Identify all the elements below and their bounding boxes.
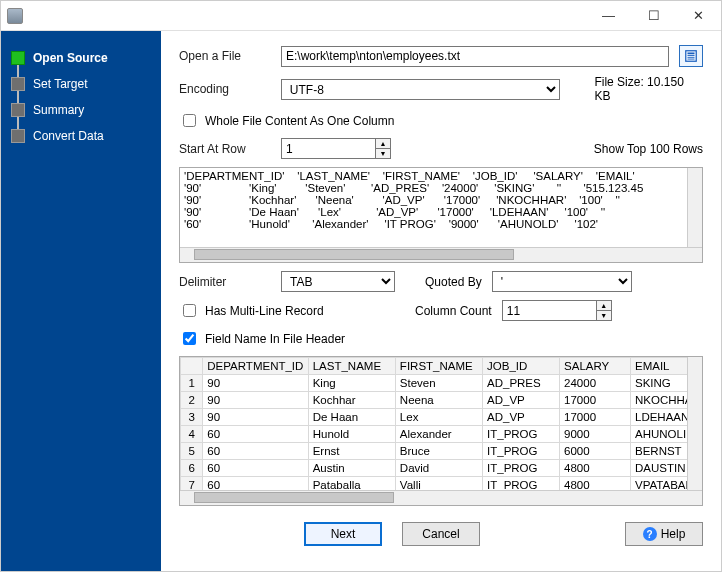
- row-number: 5: [181, 443, 203, 460]
- table-row[interactable]: 460HunoldAlexanderIT_PROG9000AHUNOLI: [181, 426, 702, 443]
- cell[interactable]: 9000: [560, 426, 631, 443]
- cell[interactable]: 60: [203, 443, 308, 460]
- step-set-target[interactable]: Set Target: [9, 71, 153, 97]
- cell[interactable]: De Haan: [308, 409, 395, 426]
- column-header[interactable]: SALARY: [560, 358, 631, 375]
- cell[interactable]: 17000: [560, 392, 631, 409]
- row-number: 3: [181, 409, 203, 426]
- column-header[interactable]: LAST_NAME: [308, 358, 395, 375]
- column-count-input: [502, 300, 596, 321]
- cell[interactable]: Alexander: [395, 426, 482, 443]
- cell[interactable]: 90: [203, 409, 308, 426]
- cell[interactable]: Austin: [308, 460, 395, 477]
- table-row[interactable]: 190KingStevenAD_PRES24000SKING: [181, 375, 702, 392]
- scrollbar-thumb[interactable]: [194, 492, 394, 503]
- start-row-spinner[interactable]: ▲ ▼: [375, 138, 391, 159]
- browse-file-button[interactable]: [679, 45, 703, 67]
- scrollbar-thumb[interactable]: [194, 249, 514, 260]
- grid-horizontal-scrollbar[interactable]: [180, 490, 702, 505]
- table-row[interactable]: 560ErnstBruceIT_PROG6000BERNST: [181, 443, 702, 460]
- raw-preview-text: 'DEPARTMENT_ID' 'LAST_NAME' 'FIRST_NAME'…: [180, 168, 702, 247]
- spinner-up-icon[interactable]: ▲: [597, 301, 611, 311]
- field-header-label: Field Name In File Header: [205, 332, 345, 346]
- close-button[interactable]: ✕: [676, 1, 721, 31]
- cell[interactable]: 4800: [560, 460, 631, 477]
- quoted-by-label: Quoted By: [425, 275, 482, 289]
- step-summary[interactable]: Summary: [9, 97, 153, 123]
- cell[interactable]: 24000: [560, 375, 631, 392]
- cell[interactable]: Steven: [395, 375, 482, 392]
- cell[interactable]: 60: [203, 477, 308, 491]
- cell[interactable]: King: [308, 375, 395, 392]
- step-indicator-icon: [11, 51, 25, 65]
- cell[interactable]: Pataballa: [308, 477, 395, 491]
- spinner-up-icon[interactable]: ▲: [376, 139, 390, 149]
- column-header[interactable]: FIRST_NAME: [395, 358, 482, 375]
- step-label: Summary: [33, 103, 84, 117]
- raw-horizontal-scrollbar[interactable]: [180, 247, 702, 262]
- cell[interactable]: Ernst: [308, 443, 395, 460]
- cell[interactable]: IT_PROG: [483, 443, 560, 460]
- field-header-checkbox[interactable]: [183, 332, 196, 345]
- cell[interactable]: Valli: [395, 477, 482, 491]
- cell[interactable]: 4800: [560, 477, 631, 491]
- step-convert-data[interactable]: Convert Data: [9, 123, 153, 149]
- minimize-button[interactable]: —: [586, 1, 631, 31]
- table-row[interactable]: 290KochharNeenaAD_VP17000NKOCHHA: [181, 392, 702, 409]
- cell[interactable]: AD_VP: [483, 392, 560, 409]
- cell[interactable]: 90: [203, 375, 308, 392]
- cell[interactable]: IT_PROG: [483, 460, 560, 477]
- column-count-spinner[interactable]: ▲ ▼: [596, 300, 612, 321]
- step-label: Convert Data: [33, 129, 104, 143]
- row-number: 2: [181, 392, 203, 409]
- column-header[interactable]: JOB_ID: [483, 358, 560, 375]
- help-button[interactable]: ? Help: [625, 522, 703, 546]
- spinner-down-icon[interactable]: ▼: [597, 311, 611, 320]
- cell[interactable]: 60: [203, 460, 308, 477]
- cell[interactable]: 60: [203, 426, 308, 443]
- cell[interactable]: IT_PROG: [483, 477, 560, 491]
- cell[interactable]: IT_PROG: [483, 426, 560, 443]
- spinner-down-icon[interactable]: ▼: [376, 149, 390, 158]
- cell[interactable]: 6000: [560, 443, 631, 460]
- step-open-source[interactable]: Open Source: [9, 45, 153, 71]
- encoding-select[interactable]: UTF-8: [281, 79, 561, 100]
- svg-rect-3: [688, 57, 695, 58]
- step-indicator-icon: [11, 129, 25, 143]
- row-number: 6: [181, 460, 203, 477]
- maximize-button[interactable]: ☐: [631, 1, 676, 31]
- delimiter-select[interactable]: TAB: [281, 271, 395, 292]
- cell[interactable]: AD_PRES: [483, 375, 560, 392]
- whole-file-checkbox[interactable]: [183, 114, 196, 127]
- cell[interactable]: AD_VP: [483, 409, 560, 426]
- cell[interactable]: Neena: [395, 392, 482, 409]
- column-header[interactable]: DEPARTMENT_ID: [203, 358, 308, 375]
- multiline-checkbox[interactable]: [183, 304, 196, 317]
- file-path-input[interactable]: [281, 46, 669, 67]
- row-number: 4: [181, 426, 203, 443]
- start-row-input[interactable]: [281, 138, 375, 159]
- cancel-button[interactable]: Cancel: [402, 522, 480, 546]
- row-number: 7: [181, 477, 203, 491]
- raw-preview-box: 'DEPARTMENT_ID' 'LAST_NAME' 'FIRST_NAME'…: [179, 167, 703, 263]
- open-file-label: Open a File: [179, 49, 271, 63]
- whole-file-label: Whole File Content As One Column: [205, 114, 394, 128]
- quoted-by-select[interactable]: ': [492, 271, 632, 292]
- step-label: Open Source: [33, 51, 108, 65]
- table-row[interactable]: 760PataballaValliIT_PROG4800VPATABAL: [181, 477, 702, 491]
- cell[interactable]: 90: [203, 392, 308, 409]
- cell[interactable]: Hunold: [308, 426, 395, 443]
- cell[interactable]: Lex: [395, 409, 482, 426]
- table-row[interactable]: 390De HaanLexAD_VP17000LDEHAAN: [181, 409, 702, 426]
- cell[interactable]: Bruce: [395, 443, 482, 460]
- grid-vertical-scrollbar[interactable]: [687, 357, 702, 490]
- cell[interactable]: 17000: [560, 409, 631, 426]
- next-button[interactable]: Next: [304, 522, 382, 546]
- row-number: 1: [181, 375, 203, 392]
- raw-vertical-scrollbar[interactable]: [687, 168, 702, 247]
- table-row[interactable]: 660AustinDavidIT_PROG4800DAUSTIN: [181, 460, 702, 477]
- cell[interactable]: Kochhar: [308, 392, 395, 409]
- cell[interactable]: David: [395, 460, 482, 477]
- show-top-label: Show Top 100 Rows: [594, 142, 703, 156]
- data-grid: DEPARTMENT_IDLAST_NAMEFIRST_NAMEJOB_IDSA…: [179, 356, 703, 506]
